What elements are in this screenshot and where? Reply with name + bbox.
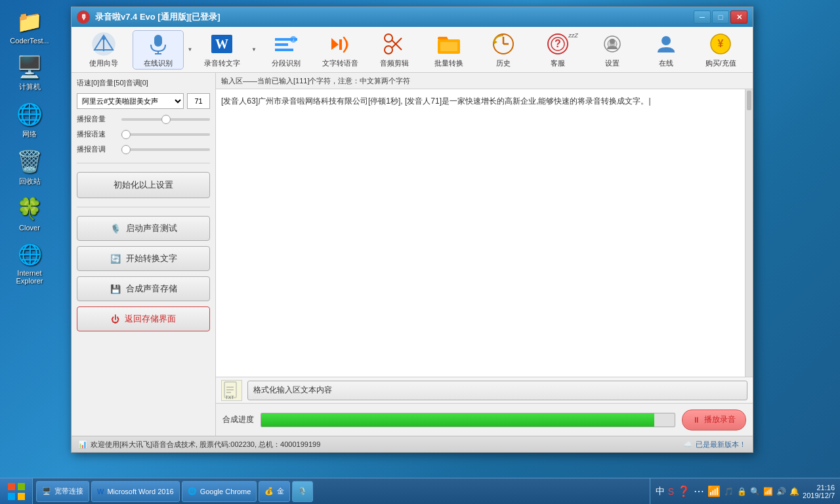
- tray-app1-icon[interactable]: 🎵: [724, 487, 734, 496]
- progress-bar-outer: [261, 413, 675, 427]
- text-scrollbar[interactable]: [745, 89, 753, 377]
- toolbar-tts-button[interactable]: 文字转语音: [315, 30, 366, 70]
- play-button[interactable]: ⏸ 播放录音: [682, 410, 746, 430]
- toolbar-history-button[interactable]: 历史: [478, 30, 529, 70]
- toolbar: 使用向导 在线识别 ▼: [72, 27, 753, 73]
- back-button[interactable]: ⏻ 返回存储界面: [77, 306, 210, 331]
- tray-volume-icon[interactable]: 🔊: [776, 487, 786, 496]
- init-button[interactable]: 初始化以上设置: [77, 172, 210, 198]
- svg-text:W: W: [215, 37, 228, 51]
- pitch-slider-row: 播报音调: [77, 144, 210, 154]
- divider-2: [77, 207, 210, 207]
- pitch-thumb[interactable]: [121, 145, 131, 154]
- voice-num: 71: [187, 93, 210, 109]
- voice-select[interactable]: 阿里云#艾美啪甜美女声: [77, 93, 184, 109]
- left-panel: 语速[0]音量[50]音调[0] 阿里云#艾美啪甜美女声 71 播报音量 播报语…: [72, 73, 216, 436]
- start-button[interactable]: [0, 478, 33, 505]
- play-label: 播放录音: [704, 414, 736, 425]
- clock-time: 21:16: [803, 484, 835, 492]
- tray-bar-icon[interactable]: 📶: [763, 487, 773, 496]
- toolbar-buy-button[interactable]: ¥ 购买/充值: [695, 30, 746, 70]
- tray-help-icon[interactable]: ❓: [677, 485, 690, 497]
- format-toolbar: TXT 格式化输入区文本内容: [216, 377, 753, 403]
- desktop-icon-codertест[interactable]: 📁 CoderTest...: [3, 7, 56, 47]
- word-label: Microsoft Word 2016: [107, 488, 173, 495]
- rec-text-dropdown[interactable]: ▼: [251, 37, 257, 62]
- minimize-button[interactable]: ─: [694, 10, 711, 24]
- tray-search-icon[interactable]: 🔍: [750, 487, 760, 496]
- volume-thumb[interactable]: [161, 115, 171, 124]
- input-area-info: 输入区——当前已输入[111]个字符，注意：中文算两个字符: [221, 76, 410, 86]
- settings-icon: [600, 32, 625, 56]
- taskbar-item-word[interactable]: W Microsoft Word 2016: [91, 481, 180, 502]
- save-audio-button[interactable]: 💾 合成声音存储: [77, 276, 210, 301]
- tray-network-icon[interactable]: 📶: [707, 485, 721, 497]
- taskbar-item-recapp[interactable]: 🎙️: [292, 481, 313, 502]
- svg-text:?: ?: [555, 38, 561, 49]
- desktop-icon-computer[interactable]: 🖥️ 计算机: [3, 52, 56, 94]
- play-icon: ⏸: [692, 415, 700, 425]
- toolbar-batch-button[interactable]: 批量转换: [423, 30, 474, 70]
- toolbar-audio-edit-button[interactable]: 音频剪辑: [369, 30, 420, 70]
- recapp-icon: 🎙️: [298, 487, 307, 495]
- desktop: 📁 CoderTest... 🖥️ 计算机 🌐 网络 🗑️ 回收站 🍀 Clov…: [0, 0, 840, 504]
- toolbar-service-button[interactable]: zzZ ? 客服: [532, 30, 583, 70]
- volume-track: [121, 118, 210, 121]
- toolbar-guide-button[interactable]: 使用向导: [78, 30, 129, 70]
- speed-thumb[interactable]: [121, 130, 131, 139]
- svg-line-18: [392, 38, 402, 48]
- svg-rect-43: [8, 493, 15, 500]
- toolbar-online-button[interactable]: 在线: [640, 30, 692, 70]
- guide-icon: [91, 32, 116, 56]
- toolbar-segment-button[interactable]: ♪ 分段识别: [261, 30, 312, 70]
- chrome-icon: 🌐: [188, 487, 197, 495]
- start-convert-icon: 🔄: [110, 254, 121, 264]
- status-right: ☁️ 已是最新版本！: [683, 440, 746, 450]
- rec-text-label: 录音转文字: [204, 58, 240, 68]
- gold-label: 金: [277, 486, 284, 496]
- taskbar-item-gold[interactable]: 💰 金: [259, 481, 290, 502]
- service-icon: ?: [545, 32, 570, 56]
- svg-rect-44: [18, 493, 25, 500]
- tray-sougou-icon[interactable]: S: [668, 486, 674, 497]
- taskbar: 🖥️ 宽带连接 W Microsoft Word 2016 🌐 Google C…: [0, 478, 840, 504]
- online-rec-dropdown[interactable]: ▼: [187, 37, 194, 62]
- tray-app2-icon[interactable]: 🔒: [737, 487, 747, 496]
- toolbar-rec-text-button[interactable]: W 录音转文字: [196, 30, 247, 70]
- tray-notify-icon[interactable]: 🔔: [789, 487, 799, 496]
- desktop-icon-ie[interactable]: 🌐 Internet Explorer: [3, 239, 56, 287]
- maximize-button[interactable]: □: [712, 10, 729, 24]
- pitch-track: [121, 148, 210, 151]
- speed-track: [121, 133, 210, 136]
- toolbar-online-rec-button[interactable]: 在线识别: [133, 30, 184, 70]
- sound-test-label: 启动声音测试: [126, 222, 177, 234]
- svg-line-19: [392, 40, 402, 50]
- tray-dots-icon[interactable]: ⋯: [694, 485, 704, 497]
- mic-icon: [146, 32, 171, 56]
- svg-rect-10: [275, 43, 288, 46]
- divider-1: [77, 163, 210, 163]
- svg-text:¥: ¥: [718, 38, 724, 49]
- svg-marker-25: [494, 40, 497, 45]
- scissors-icon: [382, 32, 407, 56]
- desktop-icon-computer-img: 🖥️: [16, 54, 43, 80]
- desktop-icon-network-img: 🌐: [16, 101, 43, 127]
- tts-label: 文字转语音: [322, 58, 358, 68]
- taskbar-item-chrome[interactable]: 🌐 Google Chrome: [182, 481, 257, 502]
- start-convert-button[interactable]: 🔄 开始转换文字: [77, 246, 210, 271]
- toolbar-settings-button[interactable]: 设置: [587, 30, 638, 70]
- desktop-icon-ie-img: 🌐: [16, 241, 43, 267]
- desktop-icon-recycle[interactable]: 🗑️ 回收站: [3, 146, 56, 188]
- version-text: 已是最新版本！: [696, 440, 746, 450]
- desktop-icon-network[interactable]: 🌐 网络: [3, 99, 56, 141]
- tray-ch-icon[interactable]: 中: [656, 486, 665, 497]
- format-button[interactable]: 格式化输入区文本内容: [247, 381, 747, 400]
- svg-point-17: [385, 34, 392, 42]
- online-label: 在线: [659, 58, 673, 68]
- close-button[interactable]: ✕: [730, 10, 747, 24]
- taskbar-item-broadband[interactable]: 🖥️ 宽带连接: [36, 481, 89, 502]
- desktop-icon-clover[interactable]: 🍀 Clover: [3, 194, 56, 234]
- svg-rect-15: [339, 39, 342, 50]
- sound-test-button[interactable]: 🎙️ 启动声音测试: [77, 216, 210, 241]
- main-text-area[interactable]: [216, 89, 745, 377]
